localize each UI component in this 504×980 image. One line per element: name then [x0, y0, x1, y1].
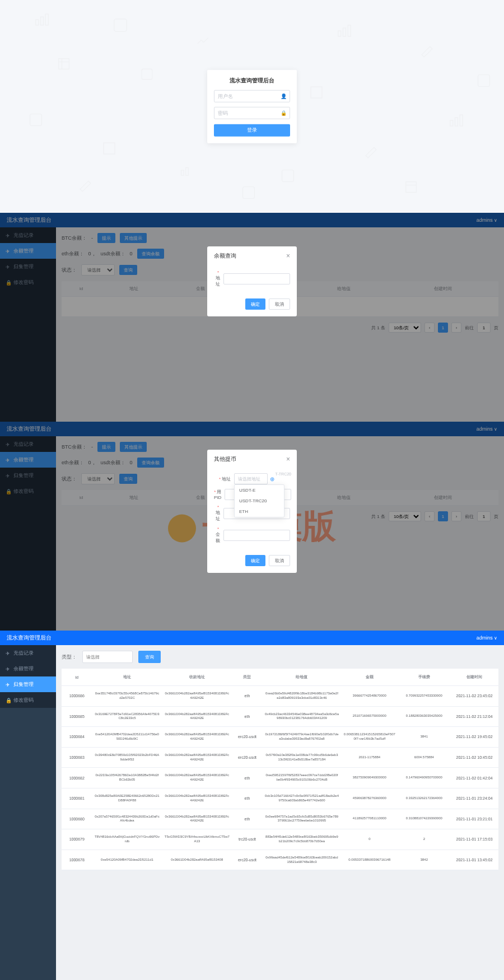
cell-address: 0x207a574650f1c48324439b260Da1d0aFcAfc4b… [92, 809, 162, 829]
cell-fee: 0.188280363035425000 [398, 706, 451, 727]
table-row: 1000683 0x39480cE8d70850d1D5f92023b2bFD4… [62, 747, 498, 768]
content-area: 类型： 查询 id 地址 收款地址 类型 给地值 金额 手续费 创建时间 100… [56, 631, 504, 980]
search-button[interactable]: 查询 [138, 651, 161, 663]
records-table: id 地址 收款地址 类型 给地值 金额 手续费 创建时间 1000686 0x… [62, 669, 498, 870]
cell-address: 0x308d825e80A0E258E40662c65280Dc21D88FA0… [92, 788, 162, 809]
cell-hash: 0x57f90a10e382f0a1e008de77c99cd5b6de6eb3… [263, 747, 341, 768]
add-icon[interactable]: ⊕ [270, 476, 274, 482]
brand-title: 流水查询管理后台 [7, 634, 52, 642]
send-icon: ✈ [6, 682, 10, 687]
cell-hash: 0x99aad45def612e5489ce8f163beab209152abd… [263, 850, 341, 870]
confirm-button[interactable]: 确定 [245, 555, 265, 566]
amount-input[interactable] [223, 530, 290, 541]
sidebar-item-collect[interactable]: ✈归集管理 [0, 676, 56, 692]
cell-type: eth [232, 788, 263, 809]
cell-id: 1000683 [62, 747, 92, 768]
admin-screen-balance-modal: 流水查询管理后台 admins ✈充值记录 ✈余额管理 ✈归集管理 🔒修改密码 … [0, 213, 504, 422]
cell-amount: 459063878276360000 [341, 788, 398, 809]
svg-rect-12 [450, 120, 453, 126]
cell-amount: 2021-1175884 [341, 747, 398, 768]
cell-recv: T5cG5WD3C9YBA4susscUbKHkmuCT5w7A13 [162, 829, 232, 850]
cell-id: 1000679 [62, 829, 92, 850]
cell-time: 2021-11-01 13:45:02 [450, 850, 498, 870]
password-input[interactable] [214, 107, 290, 119]
cell-type: erc20-usdt [232, 727, 263, 748]
cell-fee: 2 [398, 829, 451, 850]
table-row: 1000684 0xe54120A09fB4702dea2D5211d14756… [62, 727, 498, 748]
table-row: 1000681 0x308d825e80A0E258E40662c65280Dc… [62, 788, 498, 809]
svg-rect-5 [338, 31, 341, 36]
admin-screen-records: 流水查询管理后台 admins ✈充值记录 ✈余额管理 ✈归集管理 🔒修改密码 … [0, 631, 504, 980]
cell-time: 2021-11-02 01:42:04 [450, 768, 498, 788]
cancel-button[interactable]: 取消 [269, 298, 290, 310]
svg-rect-11 [282, 170, 294, 182]
confirm-button[interactable]: 确定 [245, 298, 265, 310]
svg-rect-13 [455, 118, 458, 126]
table-row: 1000678 0xe54120A09fB4702dea2D5211d1 0x3… [62, 850, 498, 870]
cell-address: 0xe54120A09fB4702dea2D5211d14756e050D246… [92, 727, 162, 748]
svg-rect-0 [36, 20, 39, 25]
cell-amount: 382750909049300000 [341, 768, 398, 788]
dropdown-item-usdttrc20[interactable]: USDT-TRC20 [235, 496, 284, 506]
cell-time: 2021-11-01 17:15:03 [450, 829, 498, 850]
th-fee: 手续费 [398, 669, 451, 686]
svg-rect-7 [348, 25, 351, 36]
cancel-button[interactable]: 取消 [269, 555, 290, 566]
cell-type: eth [232, 706, 263, 727]
login-title: 流水查询管理后台 [214, 77, 290, 85]
cell-fee: 3842 [398, 850, 451, 870]
withdraw-modal: 其他提币 × T-TRC20 *地址 ⊕ *用PID *地址 *金额 [207, 450, 297, 573]
cell-time: 2021-11-01 23:24:04 [450, 788, 498, 809]
user-menu[interactable]: admins [477, 635, 497, 641]
cell-fee: 0.147960490950700000 [398, 768, 451, 788]
svg-rect-10 [186, 167, 189, 175]
close-icon[interactable]: × [286, 455, 290, 463]
cell-recv: 0x3661D04b282aaffA95af81534081D8EFc4A924… [162, 706, 232, 727]
cell-type: eth [232, 809, 263, 829]
th-hash: 给地值 [263, 669, 341, 686]
cell-time: 2021-11-01 23:21:01 [450, 809, 498, 829]
cell-fee: 0.310881074229390000 [398, 809, 451, 829]
svg-rect-4 [142, 69, 152, 80]
modal-title: 余额查询 [214, 252, 236, 260]
address-label: 地址 [216, 276, 220, 287]
svg-rect-14 [460, 115, 463, 126]
cell-id: 1000684 [62, 727, 92, 748]
balance-label: 地址 [216, 510, 220, 521]
table-row: 1000682 0x22D3a105f426786De10A3882Be5f4f… [62, 768, 498, 788]
cell-type: eth [232, 686, 263, 707]
cell-amount: 0 [341, 829, 398, 850]
address-input[interactable] [223, 273, 290, 284]
cell-type: eth [232, 768, 263, 788]
cell-hash: 0xea26b0e59d4820f9b18be3184b98b1173a0e2f… [263, 686, 341, 707]
type-filter-select[interactable] [82, 651, 133, 663]
send-icon: ✈ [6, 666, 10, 671]
sidebar-item-password[interactable]: 🔒修改密码 [0, 692, 56, 708]
address-select[interactable] [234, 473, 268, 484]
cell-recv: 0x3661D04b282aaffA95af81534081D8EFc4A924… [162, 686, 232, 707]
svg-rect-3 [114, 19, 127, 32]
cell-recv: 0x3661D04b282aaffA95af81534081D8EFc4A924… [162, 747, 232, 768]
cell-time: 2021-11-02 19:45:02 [450, 727, 498, 748]
cell-amount: 411892577081110000 [341, 809, 398, 829]
svg-rect-6 [343, 28, 346, 36]
sidebar-item-recharge[interactable]: ✈充值记录 [0, 645, 56, 661]
sidebar-item-balance[interactable]: ✈余额管理 [0, 661, 56, 676]
currency-dropdown: USDT-E USDT-TRC20 ETH [234, 484, 284, 517]
user-icon: 👤 [281, 94, 287, 99]
cell-fee: 6004.575884 [398, 747, 451, 768]
dropdown-item-eth[interactable]: ETH [235, 506, 284, 517]
cell-address: 0x39480cE8d70850d1D5f92023b2bFD46A9dde9f… [92, 747, 162, 768]
dropdown-item-usdte[interactable]: USDT-E [235, 485, 284, 496]
cell-id: 1000686 [62, 686, 92, 707]
admin-screen-withdraw-modal: 一淘模版 流水查询管理后台 admins ✈充值记录 ✈余额管理 ✈归集管理 🔒… [0, 422, 504, 631]
close-icon[interactable]: × [286, 252, 290, 260]
username-input[interactable] [214, 90, 290, 102]
login-submit-button[interactable]: 登录 [214, 124, 290, 136]
address-label: 地址 [222, 477, 231, 482]
modal-overlay[interactable] [0, 213, 504, 422]
cell-id: 1000680 [62, 809, 92, 829]
cell-recv: 0x3661D04b282aaffA95af81534081D8EFc4A924… [162, 768, 232, 788]
th-address: 地址 [92, 669, 162, 686]
cell-hash: 0xed59521597f6f52837eeec097ce7ddd2f8e020… [263, 768, 341, 788]
